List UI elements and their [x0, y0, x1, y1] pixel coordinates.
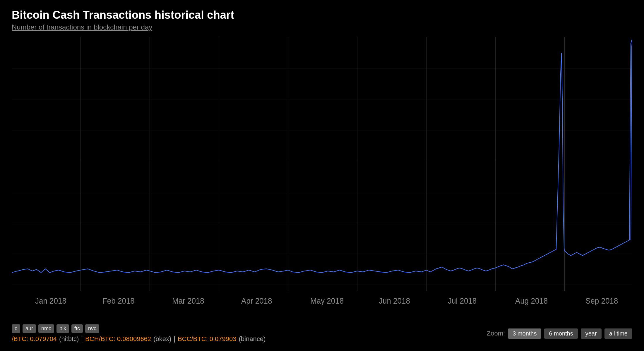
svg-text:Jul 2018: Jul 2018	[448, 296, 477, 305]
tag-blk[interactable]: blk	[56, 324, 69, 333]
svg-text:Apr 2018: Apr 2018	[241, 296, 272, 305]
transaction-line	[12, 39, 632, 272]
zoom-label: Zoom:	[487, 330, 505, 337]
tag-ftc[interactable]: ftc	[71, 324, 83, 333]
zoom-year-button[interactable]: year	[581, 328, 602, 339]
page-container: Bitcoin Cash Transactions historical cha…	[0, 0, 644, 351]
chart-svg: Jan 2018 Feb 2018 Mar 2018 Apr 2018 May …	[12, 37, 632, 316]
zoom-6months-button[interactable]: 6 months	[544, 328, 578, 339]
chart-area: Jan 2018 Feb 2018 Mar 2018 Apr 2018 May …	[12, 37, 632, 316]
page-title: Bitcoin Cash Transactions historical cha…	[12, 9, 632, 21]
tags-row: c aur nmc blk ftc nvc	[12, 324, 266, 333]
svg-text:Aug 2018: Aug 2018	[515, 296, 548, 305]
page-subtitle: Number of transactions in blockchain per…	[12, 23, 632, 31]
tag-nvc[interactable]: nvc	[85, 324, 99, 333]
price-1-exchange: (hitbtc)	[59, 335, 79, 343]
bottom-left: c aur nmc blk ftc nvc /BTC: 0.079704 (hi…	[12, 324, 266, 343]
separator-2: |	[174, 335, 175, 343]
prices-row: /BTC: 0.079704 (hitbtc) | BCH/BTC: 0.080…	[12, 335, 266, 343]
zoom-3months-button[interactable]: 3 months	[508, 328, 541, 339]
svg-text:Jan 2018: Jan 2018	[35, 296, 66, 305]
price-3-exchange: (binance)	[239, 335, 266, 343]
separator-1: |	[81, 335, 83, 343]
svg-text:Mar 2018: Mar 2018	[172, 296, 204, 305]
price-1-label: /BTC: 0.079704	[12, 335, 57, 343]
price-3-label: BCC/BTC: 0.079903	[178, 335, 237, 343]
bottom-bar: c aur nmc blk ftc nvc /BTC: 0.079704 (hi…	[12, 316, 632, 351]
tag-c[interactable]: c	[12, 324, 20, 333]
svg-text:May 2018: May 2018	[310, 296, 344, 305]
svg-text:Sep 2018: Sep 2018	[585, 296, 618, 305]
svg-text:Feb 2018: Feb 2018	[102, 296, 135, 305]
tag-nmc[interactable]: nmc	[38, 324, 54, 333]
price-2-exchange: (okex)	[153, 335, 171, 343]
price-2-label: BCH/BTC: 0.08009662	[85, 335, 151, 343]
zoom-alltime-button[interactable]: all time	[604, 328, 632, 339]
svg-text:Jun 2018: Jun 2018	[379, 296, 410, 305]
zoom-section: Zoom: 3 months 6 months year all time	[487, 328, 632, 339]
tag-aur[interactable]: aur	[23, 324, 36, 333]
